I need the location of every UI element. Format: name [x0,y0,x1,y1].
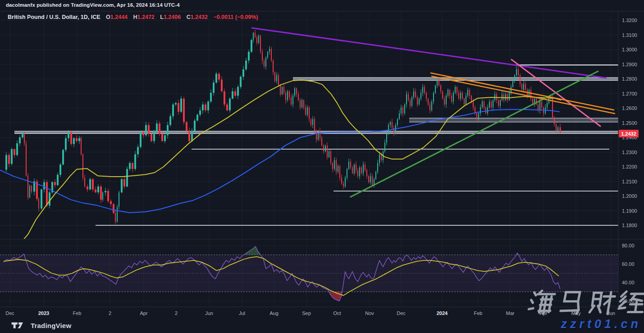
candle [411,97,412,106]
price-axis[interactable]: 1.32001.31001.30001.29001.28001.27001.26… [622,18,637,304]
downtrend-purple[interactable] [252,28,606,78]
candle [221,80,223,91]
candle [31,186,32,192]
candle [392,122,393,128]
candle [49,192,50,205]
candle [469,90,470,96]
candle [487,107,488,113]
candle [245,60,247,69]
candle [341,178,342,183]
uptrend-green[interactable] [351,71,598,197]
ma-fast-yellow-line[interactable] [23,80,561,241]
candle [151,134,152,141]
candle [107,191,109,201]
symbol-title: British Pound / U.S. Dollar, 1D, ICE [8,14,100,20]
candle [296,88,297,94]
price-tick-label: 1.3200 [622,18,637,23]
candle [339,166,340,178]
price-tick-label: 1.2700 [622,91,637,96]
candle [240,77,242,87]
candle [431,101,432,110]
candle [498,100,499,106]
candle [560,127,561,132]
candle [410,100,411,106]
candle [145,125,147,135]
date-tick-label: 2 [175,310,178,316]
candle [379,154,380,163]
price-tick-label: 1.3000 [622,47,637,52]
candle [256,37,257,43]
candle [255,33,256,37]
candle [520,75,521,84]
footer-branding[interactable]: TradingView [11,321,71,330]
support-resistance-levels[interactable] [14,65,618,225]
candle [105,191,106,192]
candle [446,96,447,105]
date-tick-label: 2 [109,310,111,316]
candle [557,127,558,132]
candle [280,86,281,95]
date-tick-label: Feb [73,310,82,316]
candle [121,179,123,192]
date-tick-label: Jun [205,310,213,316]
ma-slow-blue-line[interactable] [0,109,560,213]
candle [512,81,513,87]
candle [188,131,190,141]
candle [381,154,382,160]
candle [357,170,358,176]
candle [440,86,441,91]
candle [119,192,119,207]
candle [218,74,220,80]
candle [413,91,414,97]
candle [338,166,338,172]
candle [226,105,228,110]
candle [554,119,555,124]
candle [348,162,349,169]
candle [482,101,483,107]
chart-canvas[interactable]: 1.32001.31001.30001.29001.28001.27001.26… [0,0,644,333]
candle [70,132,72,144]
price-tick-label: 1.2200 [622,164,637,169]
candle [57,175,59,185]
low-label: L [160,14,164,20]
candle [156,123,158,131]
candle [484,101,484,107]
candle [97,187,99,192]
candle [422,87,423,93]
candle [287,91,288,100]
candle [205,105,206,110]
date-tick-label: Dec [397,310,406,316]
candle [232,91,233,99]
open-value: 1.2444 [110,14,128,20]
candle [167,125,169,135]
candle [26,143,27,176]
candle [175,103,177,105]
rsi-tick-label: 40.00 [622,280,635,285]
candle [169,116,171,125]
date-tick-label: 2024 [437,310,448,316]
candle [229,99,231,110]
date-axis[interactable]: Dec2023Feb2Apr2JunJulAugSepOctNovDec2024… [5,310,615,316]
candle [372,176,373,185]
candle [196,115,198,121]
candle [224,91,225,105]
candle [82,154,83,178]
candle [46,182,48,205]
candle [180,99,182,112]
candle [505,94,506,100]
date-tick-label: Feb [474,310,483,316]
candle [178,103,179,112]
candle [76,138,78,141]
date-tick-label: Jul [239,310,245,316]
publisher-bar: dacolmanfx published on TradingView.com,… [0,0,644,11]
symbol-info-row[interactable]: British Pound / U.S. Dollar, 1D, ICE O1.… [8,14,258,20]
candle [388,125,389,134]
date-tick-label: Nov [365,310,374,316]
candle [289,91,290,97]
candle [132,163,133,169]
candle [329,151,329,157]
candle [334,160,335,169]
candle [300,100,301,107]
candle [539,101,540,110]
high-label: H [133,14,137,20]
